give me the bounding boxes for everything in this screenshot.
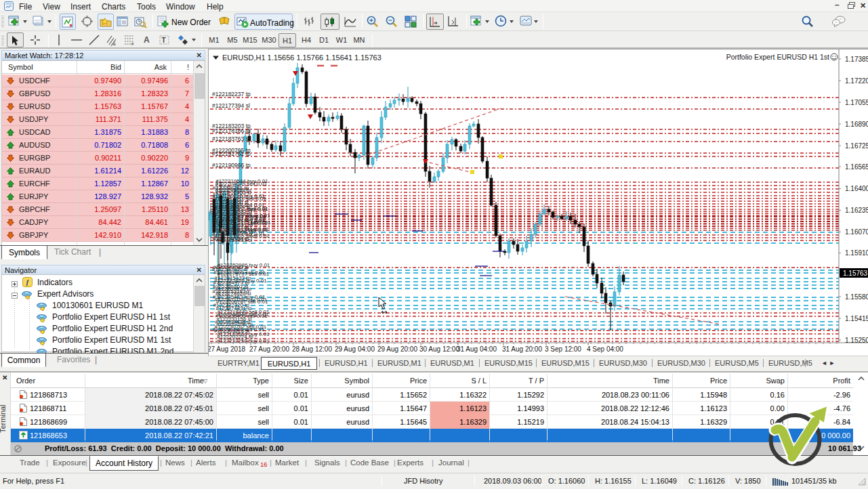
svg-text:buy 0.01: buy 0.01 bbox=[249, 213, 270, 219]
svg-text:4 Sep 04:00: 4 Sep 04:00 bbox=[587, 345, 623, 353]
svg-text:E: E bbox=[113, 42, 116, 46]
svg-text:1.16235: 1.16235 bbox=[845, 207, 868, 214]
svg-text:EURUSD,H1 1.15656 1.15766 1.1: EURUSD,H1 1.15656 1.15766 1.15641 1.1576… bbox=[222, 54, 381, 62]
svg-text:sell 0.01: sell 0.01 bbox=[248, 206, 268, 212]
svg-text:sell 0.01: sell 0.01 bbox=[251, 219, 271, 226]
svg-text:#122177394 sl: #122177394 sl bbox=[212, 102, 250, 109]
svg-text:1.16725: 1.16725 bbox=[845, 142, 868, 150]
svg-text:27 Aug 2018: 27 Aug 2018 bbox=[209, 345, 246, 353]
svg-text:28 Aug 12:00: 28 Aug 12:00 bbox=[292, 345, 332, 353]
svg-text:1.15415: 1.15415 bbox=[845, 315, 868, 322]
svg-text:1.16400: 1.16400 bbox=[845, 185, 868, 192]
svg-text:1.15580: 1.15580 bbox=[845, 293, 868, 301]
svg-text:29 Aug 04:00: 29 Aug 04:00 bbox=[335, 345, 375, 353]
svg-text:#122190966 tp: #122190966 tp bbox=[212, 162, 251, 169]
svg-text:1.15250: 1.15250 bbox=[845, 337, 868, 344]
svg-text:#122252833 sl: #122252833 sl bbox=[217, 237, 253, 243]
svg-text:#122178186 td: #122178186 td bbox=[212, 127, 251, 134]
svg-text:1.16565: 1.16565 bbox=[845, 163, 868, 171]
svg-text:1.16890: 1.16890 bbox=[845, 121, 868, 128]
svg-text:buy 0.01: buy 0.01 bbox=[248, 226, 269, 232]
svg-text:1.15910: 1.15910 bbox=[845, 249, 868, 257]
svg-text:#122191762 tp: #122191762 tp bbox=[212, 150, 251, 157]
svg-text:1.17220: 1.17220 bbox=[845, 77, 868, 85]
svg-text:1.17055: 1.17055 bbox=[845, 99, 868, 106]
svg-text:29 Aug 20:00: 29 Aug 20:00 bbox=[377, 345, 417, 353]
svg-text:1.15763: 1.15763 bbox=[843, 270, 868, 277]
svg-text:#122183763 sl: #122183763 sl bbox=[212, 135, 250, 142]
svg-text:3 Sep 12:00: 3 Sep 12:00 bbox=[545, 345, 581, 353]
svg-text:31 Aug 20:00: 31 Aug 20:00 bbox=[502, 345, 542, 353]
svg-text:27 Aug 20:00: 27 Aug 20:00 bbox=[249, 345, 289, 353]
svg-text:30 Aug 12:00: 30 Aug 12:00 bbox=[419, 345, 459, 353]
svg-text:1.17385: 1.17385 bbox=[845, 56, 868, 63]
svg-text:sell 0.01: sell 0.01 bbox=[249, 233, 270, 239]
svg-text:#122182237 tp: #122182237 tp bbox=[212, 91, 251, 98]
svg-text:1.16070: 1.16070 bbox=[845, 228, 868, 236]
svg-text:Portfolio Expert EURUSD H1 1st: Portfolio Expert EURUSD H1 1st bbox=[726, 53, 829, 61]
svg-text:31 Aug 04:00: 31 Aug 04:00 bbox=[457, 345, 497, 353]
svg-text:F: F bbox=[131, 42, 134, 46]
svg-text:T: T bbox=[162, 37, 166, 44]
